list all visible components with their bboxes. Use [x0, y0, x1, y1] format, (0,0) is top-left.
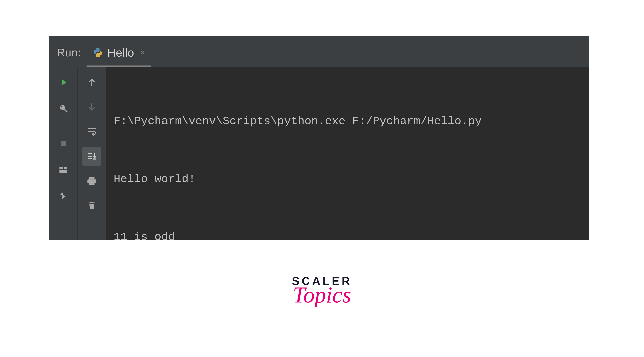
console-line: Hello world!	[114, 169, 581, 189]
toolbar-divider	[54, 126, 73, 126]
run-tool-window: Run: Hello ×	[49, 36, 589, 240]
wrench-icon	[58, 103, 69, 114]
scroll-end-icon	[86, 150, 98, 162]
pin-icon	[58, 191, 69, 202]
tab-active-underline	[86, 65, 151, 67]
softwrap-icon	[86, 126, 98, 137]
clear-button[interactable]	[82, 196, 101, 215]
arrow-up-icon	[86, 77, 97, 88]
softwrap-button[interactable]	[82, 122, 101, 141]
wrench-button[interactable]	[54, 99, 73, 118]
run-body: F:\Pycharm\venv\Scripts\python.exe F:/Py…	[49, 67, 589, 240]
run-label: Run:	[49, 46, 86, 59]
svg-rect-3	[60, 170, 68, 173]
console-output[interactable]: F:\Pycharm\venv\Scripts\python.exe F:/Py…	[106, 67, 589, 240]
print-button[interactable]	[82, 171, 101, 190]
console-line: 11 is odd	[114, 227, 581, 240]
python-icon	[92, 47, 104, 58]
up-button[interactable]	[82, 73, 101, 92]
primary-toolbar	[49, 67, 78, 240]
svg-rect-2	[64, 167, 68, 169]
layout-button[interactable]	[54, 160, 73, 179]
rerun-button[interactable]	[54, 73, 73, 92]
svg-rect-1	[60, 167, 63, 169]
logo-line2: Topics	[292, 282, 352, 308]
down-button[interactable]	[82, 97, 101, 116]
print-icon	[86, 175, 97, 186]
stop-button[interactable]	[54, 134, 73, 153]
scaler-topics-logo: SCALER Topics	[292, 275, 352, 308]
layout-icon	[58, 164, 69, 175]
play-icon	[58, 77, 69, 88]
close-icon[interactable]: ×	[140, 48, 145, 57]
run-tab-hello[interactable]: Hello ×	[86, 38, 151, 67]
trash-icon	[87, 200, 97, 210]
window-top-strip	[49, 36, 589, 38]
stop-icon	[59, 139, 68, 148]
svg-rect-0	[61, 141, 66, 146]
run-tab-bar: Run: Hello ×	[49, 38, 589, 67]
run-tab-title: Hello	[107, 46, 134, 59]
arrow-down-icon	[86, 102, 97, 112]
secondary-toolbar	[78, 67, 106, 240]
pin-button[interactable]	[54, 187, 73, 206]
console-line: F:\Pycharm\venv\Scripts\python.exe F:/Py…	[114, 111, 581, 131]
scroll-end-button[interactable]	[82, 147, 101, 166]
